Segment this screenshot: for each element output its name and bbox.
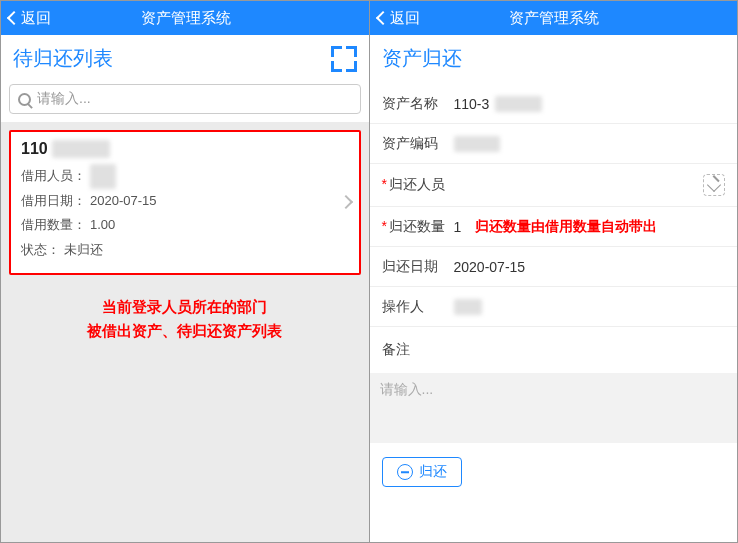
borrow-qty-label: 借用数量： (21, 213, 86, 238)
return-qty-value: 1 (454, 219, 462, 235)
remark-label: 备注 (382, 341, 454, 359)
asset-card-title-hidden: -XXXXX (52, 140, 111, 158)
asset-card-title: 110-XXXXX (21, 140, 349, 158)
asset-card[interactable]: 110-XXXXX 借用人员：XXX 借用日期：2020-07-15 借用数量：… (9, 130, 361, 275)
chevron-left-icon (375, 11, 389, 25)
borrow-date-value: 2020-07-15 (90, 189, 157, 214)
remark-textarea[interactable]: 请输入... (370, 373, 738, 443)
returner-row[interactable]: 归还人员 (370, 164, 738, 207)
asset-return-pane: 返回 资产管理系统 资产归还 资产名称 110-3XXXXX 资产编码 XXXX… (370, 1, 738, 542)
back-label: 返回 (21, 9, 51, 28)
return-qty-row[interactable]: 归还数量 1归还数量由借用数量自动带出 (370, 207, 738, 247)
search-placeholder: 请输入... (37, 90, 91, 108)
annotation-line2: 被借出资产、待归还资产列表 (9, 319, 361, 343)
status-label: 状态： (21, 238, 60, 263)
asset-code-value: XXXXX (454, 136, 501, 152)
minus-circle-icon (397, 464, 413, 480)
asset-card-title-prefix: 110 (21, 140, 48, 158)
chevron-left-icon (7, 11, 21, 25)
search-icon (18, 93, 31, 106)
section-title: 资产归还 (382, 45, 462, 72)
asset-code-label: 资产编码 (382, 135, 454, 153)
return-date-value: 2020-07-15 (454, 259, 726, 275)
borrower-label: 借用人员： (21, 164, 86, 189)
topbar-right: 返回 资产管理系统 (370, 1, 738, 35)
asset-name-hidden: XXXXX (495, 96, 542, 112)
search-input[interactable]: 请输入... (9, 84, 361, 114)
section-title: 待归还列表 (13, 45, 113, 72)
operator-label: 操作人 (382, 298, 454, 316)
app-title: 资产管理系统 (420, 9, 690, 28)
annotation-text: 当前登录人员所在的部门 被借出资产、待归还资产列表 (9, 295, 361, 343)
asset-name-row: 资产名称 110-3XXXXX (370, 84, 738, 124)
asset-code-row: 资产编码 XXXXX (370, 124, 738, 164)
operator-value: XXX (454, 299, 482, 315)
return-date-row[interactable]: 归还日期 2020-07-15 (370, 247, 738, 287)
return-button[interactable]: 归还 (382, 457, 462, 487)
asset-name-label: 资产名称 (382, 95, 454, 113)
scan-icon[interactable] (331, 46, 357, 72)
borrow-date-label: 借用日期： (21, 189, 86, 214)
pending-list: 110-XXXXX 借用人员：XXX 借用日期：2020-07-15 借用数量：… (1, 122, 369, 542)
remark-row: 备注 (370, 327, 738, 367)
return-form: 资产名称 110-3XXXXX 资产编码 XXXXX 归还人员 归还数量 1归还… (370, 84, 738, 542)
section-header: 资产归还 (370, 35, 738, 84)
return-qty-label: 归还数量 (382, 218, 454, 236)
pending-return-pane: 返回 资产管理系统 待归还列表 请输入... 110-XXXXX 借用人员：XX… (1, 1, 370, 542)
return-qty-annotation: 归还数量由借用数量自动带出 (475, 218, 657, 236)
status-value: 未归还 (64, 238, 103, 263)
section-header: 待归还列表 (1, 35, 369, 84)
operator-row: 操作人 XXX (370, 287, 738, 327)
return-date-label: 归还日期 (382, 258, 454, 276)
annotation-line1: 当前登录人员所在的部门 (9, 295, 361, 319)
borrow-qty-value: 1.00 (90, 213, 115, 238)
back-label: 返回 (390, 9, 420, 28)
topbar-left: 返回 资产管理系统 (1, 1, 369, 35)
borrower-value: XXX (90, 164, 116, 189)
back-button[interactable]: 返回 (378, 9, 420, 28)
app-title: 资产管理系统 (51, 9, 321, 28)
returner-label: 归还人员 (382, 176, 454, 194)
form-footer: 归还 (370, 443, 738, 501)
return-button-label: 归还 (419, 463, 447, 481)
asset-name-value: 110-3 (454, 96, 490, 112)
back-button[interactable]: 返回 (9, 9, 51, 28)
edit-icon[interactable] (703, 174, 725, 196)
